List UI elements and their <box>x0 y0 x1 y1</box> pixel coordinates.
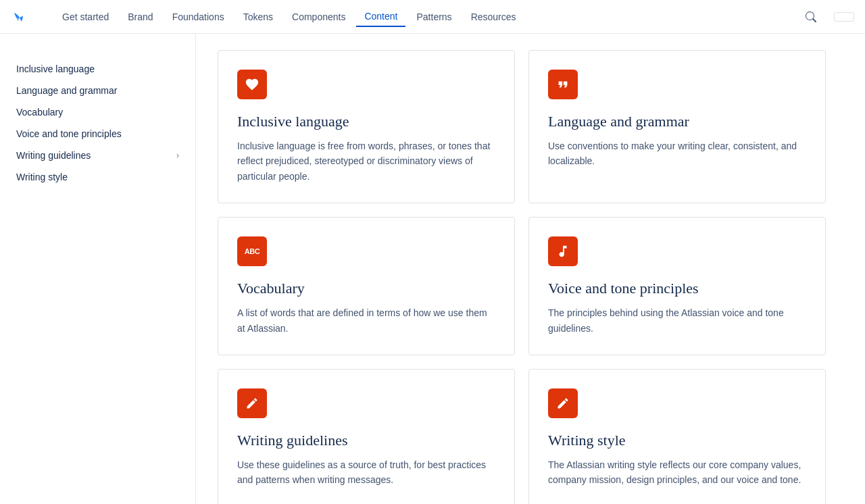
search-icon <box>806 11 816 22</box>
nav-item-content[interactable]: Content <box>356 7 405 27</box>
abc-card-icon: ABC <box>237 236 267 266</box>
sidebar-item-vocabulary[interactable]: Vocabulary <box>0 101 195 123</box>
sidebar-item-language-and-grammar[interactable]: Language and grammar <box>0 80 195 101</box>
quote-icon <box>555 77 570 92</box>
layout: Inclusive languageLanguage and grammarVo… <box>0 34 865 504</box>
chevron-right-icon: › <box>176 151 179 160</box>
sidebar-item-inclusive-language[interactable]: Inclusive language <box>0 58 195 80</box>
pencil-icon <box>556 397 570 410</box>
card-description: A list of words that are defined in term… <box>237 305 495 336</box>
card-voice-and-tone-principles[interactable]: Voice and tone principlesThe principles … <box>528 217 826 355</box>
card-title: Writing guidelines <box>237 432 495 449</box>
pencil2-card-icon <box>548 388 578 418</box>
card-inclusive-language[interactable]: Inclusive languageInclusive language is … <box>218 50 515 203</box>
theme-button[interactable] <box>834 12 854 22</box>
card-description: Use these guidelines as a source of trut… <box>237 457 495 488</box>
card-writing-style[interactable]: Writing styleThe Atlassian writing style… <box>528 369 826 504</box>
heart-card-icon <box>237 70 267 99</box>
sidebar: Inclusive languageLanguage and grammarVo… <box>0 34 196 504</box>
nav-item-components[interactable]: Components <box>284 7 353 26</box>
sidebar-section-label <box>0 50 195 58</box>
logo[interactable] <box>11 9 32 25</box>
card-description: Inclusive language is free from words, p… <box>237 138 495 184</box>
main-content: Inclusive languageInclusive language is … <box>196 34 865 504</box>
card-title: Inclusive language <box>237 113 495 130</box>
sidebar-item-label: Writing style <box>16 172 68 182</box>
sidebar-item-writing-guidelines[interactable]: Writing guidelines› <box>0 145 195 166</box>
sidebar-item-voice-and-tone-principles[interactable]: Voice and tone principles <box>0 123 195 145</box>
card-title: Voice and tone principles <box>548 280 806 297</box>
card-description: The Atlassian writing style reflects our… <box>548 457 806 488</box>
quote-card-icon <box>548 70 578 99</box>
card-title: Language and grammar <box>548 113 806 130</box>
nav-item-foundations[interactable]: Foundations <box>164 7 232 26</box>
atlassian-logo-icon <box>11 9 27 25</box>
nav-item-patterns[interactable]: Patterns <box>408 7 460 26</box>
header-actions <box>797 7 854 26</box>
nav-item-tokens[interactable]: Tokens <box>235 7 281 26</box>
music-card-icon <box>548 236 578 266</box>
card-description: The principles behind using the Atlassia… <box>548 305 806 336</box>
abc-icon: ABC <box>245 248 260 255</box>
card-vocabulary[interactable]: ABCVocabularyA list of words that are de… <box>218 217 515 355</box>
card-language-and-grammar[interactable]: Language and grammarUse conventions to m… <box>528 50 826 203</box>
card-description: Use conventions to make your writing cle… <box>548 138 806 169</box>
card-title: Writing style <box>548 432 806 449</box>
nav-item-resources[interactable]: Resources <box>463 7 524 26</box>
sidebar-item-label: Inclusive language <box>16 64 95 74</box>
card-writing-guidelines[interactable]: Writing guidelinesUse these guidelines a… <box>218 369 515 504</box>
pencil-icon <box>245 397 259 410</box>
search-button[interactable] <box>797 7 829 26</box>
pencil-card-icon <box>237 388 267 418</box>
sidebar-item-label: Language and grammar <box>16 85 117 96</box>
sidebar-item-label: Vocabulary <box>16 107 63 118</box>
header: Get startedBrandFoundationsTokensCompone… <box>0 0 865 34</box>
sidebar-item-label: Writing guidelines <box>16 150 91 161</box>
card-title: Vocabulary <box>237 280 495 297</box>
sidebar-item-writing-style[interactable]: Writing style <box>0 166 195 188</box>
sidebar-item-label: Voice and tone principles <box>16 128 122 139</box>
music-icon <box>555 244 570 259</box>
nav-item-brand[interactable]: Brand <box>120 7 161 26</box>
heart-icon <box>245 77 260 92</box>
main-nav: Get startedBrandFoundationsTokensCompone… <box>54 7 797 27</box>
cards-grid: Inclusive languageInclusive language is … <box>218 50 826 504</box>
nav-item-get-started[interactable]: Get started <box>54 7 117 26</box>
